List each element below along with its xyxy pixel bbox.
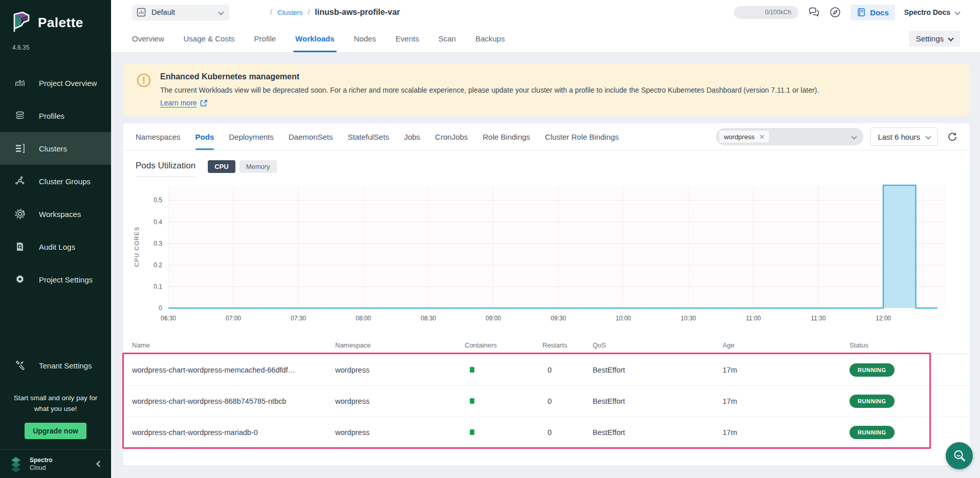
containers-cell (465, 397, 542, 405)
deprecation-banner: Enhanced Kubernetes management The curre… (123, 63, 970, 115)
spectro-cloud-brand: SpectroCloud (30, 457, 92, 472)
pods-utilization-title: Pods Utilization (136, 161, 195, 177)
project-selector-value: Default (151, 8, 214, 16)
tab-profile[interactable]: Profile (254, 25, 276, 52)
subtab-role-bindings[interactable]: Role Bindings (483, 123, 530, 150)
tab-usage-costs[interactable]: Usage & Costs (184, 25, 235, 52)
settings-button-label: Settings (916, 34, 944, 43)
subtab-pods[interactable]: Pods (195, 123, 214, 150)
subtab-statefulsets[interactable]: StatefulSets (348, 123, 389, 150)
pod-name-cell: wordpress-chart-wordpress-memcached-66df… (132, 366, 335, 374)
col-header-name: Name (132, 341, 335, 349)
docs-button[interactable]: Docs (851, 5, 895, 20)
status-cell: RUNNING (850, 395, 970, 408)
subtab-namespaces[interactable]: Namespaces (136, 123, 181, 150)
chevron-down-icon (218, 9, 224, 15)
status-badge: RUNNING (850, 395, 895, 408)
breadcrumb-slash: / (270, 8, 272, 16)
subtab-jobs[interactable]: Jobs (404, 123, 420, 150)
svg-text:09:30: 09:30 (551, 315, 566, 322)
svg-text:0.1: 0.1 (154, 283, 162, 290)
sidebar-item-clusters[interactable]: Clusters (0, 132, 111, 165)
status-cell: RUNNING (850, 426, 970, 439)
namespace-cell: wordpress (335, 428, 465, 437)
subtab-daemonsets[interactable]: DaemonSets (289, 123, 333, 150)
remove-tag-icon[interactable]: ✕ (759, 133, 765, 141)
sidebar-footer: SpectroCloud (0, 449, 111, 478)
qos-cell: BestEffort (593, 397, 723, 405)
tab-backups[interactable]: Backups (475, 25, 505, 52)
external-link-icon (200, 99, 208, 107)
svg-text:12:00: 12:00 (876, 315, 891, 322)
qos-cell: BestEffort (593, 428, 723, 437)
workload-subtab-bar: NamespacesPodsDeploymentsDaemonSetsState… (123, 123, 970, 150)
tab-nodes[interactable]: Nodes (354, 25, 376, 52)
pods-table-body: wordpress-chart-wordpress-memcached-66df… (123, 354, 970, 448)
cluster-tabs: OverviewUsage & CostsProfileWorkloadsNod… (132, 25, 505, 52)
col-header-age: Age (723, 341, 850, 349)
svg-text:08:30: 08:30 (421, 315, 436, 322)
svg-text:10:30: 10:30 (681, 315, 696, 322)
banner-body: The current Workloads view will be depre… (160, 86, 819, 94)
sidebar-item-cluster-groups[interactable]: Cluster Groups (0, 165, 111, 198)
namespace-cell: wordpress (335, 366, 465, 374)
metric-toggle-cpu[interactable]: CPU (208, 160, 235, 173)
breadcrumb-clusters-link[interactable]: Clusters (277, 9, 303, 16)
sidebar-item-project-settings[interactable]: Project Settings (0, 263, 111, 296)
refresh-icon[interactable] (947, 132, 957, 142)
collapse-sidebar-icon[interactable] (96, 461, 103, 467)
svg-text:0.5: 0.5 (154, 197, 162, 204)
subtab-cluster-role-bindings[interactable]: Cluster Role Bindings (545, 123, 619, 150)
svg-text:11:00: 11:00 (746, 315, 760, 322)
sidebar-item-label: Tenant Settings (39, 361, 92, 370)
chat-bubbles-icon[interactable] (808, 6, 820, 18)
sidebar-item-profiles[interactable]: Profiles (0, 99, 111, 132)
tab-events[interactable]: Events (396, 25, 419, 52)
status-badge: RUNNING (850, 426, 895, 439)
bar-chart-icon (136, 7, 146, 17)
time-range-value: Last 6 hours (878, 133, 920, 141)
subtab-cronjobs[interactable]: CronJobs (435, 123, 468, 150)
cluster-settings-button[interactable]: Settings (909, 31, 960, 47)
sidebar-item-audit-logs[interactable]: Audit Logs (0, 230, 111, 263)
table-row-wordpress-chart-wordpress-mariadb-0[interactable]: wordpress-chart-wordpress-mariadb-0wordp… (123, 417, 970, 448)
pods-table: NameNamespaceContainersRestartsQoSAgeSta… (123, 337, 970, 448)
restarts-cell: 0 (542, 428, 593, 437)
restarts-cell: 0 (542, 366, 593, 374)
sidebar-item-workspaces[interactable]: Workspaces (0, 198, 111, 230)
help-search-fab[interactable] (946, 442, 973, 469)
upgrade-now-button[interactable]: Upgrade now (25, 423, 86, 439)
tab-scan[interactable]: Scan (439, 25, 456, 52)
tab-overview[interactable]: Overview (132, 25, 164, 52)
col-header-namespace: Namespace (335, 341, 465, 349)
tools-icon (14, 360, 26, 371)
breadcrumb: / Clusters / linusb-aws-profile-var (270, 8, 400, 17)
namespace-filter-select[interactable]: wordpress ✕ (716, 128, 863, 145)
containers-cell (465, 366, 542, 374)
project-selector[interactable]: Default (132, 5, 229, 20)
servers-icon (14, 143, 26, 154)
learn-more-link[interactable]: Learn more (160, 99, 208, 107)
pods-table-header: NameNamespaceContainersRestartsQoSAgeSta… (123, 337, 970, 354)
sidebar-item-tenant-settings[interactable]: Tenant Settings (0, 349, 111, 382)
col-header-containers: Containers (465, 341, 542, 349)
tab-workloads[interactable]: Workloads (295, 25, 334, 52)
compass-icon[interactable] (829, 6, 841, 18)
age-cell: 17m (723, 366, 850, 374)
metric-toggle-memory[interactable]: Memory (239, 160, 277, 173)
subtab-deployments[interactable]: Deployments (229, 123, 274, 150)
svg-text:08:00: 08:00 (356, 315, 371, 322)
network-icon (14, 176, 26, 187)
svg-text:11:30: 11:30 (811, 315, 825, 322)
svg-text:0.4: 0.4 (154, 219, 162, 226)
svg-text:09:00: 09:00 (486, 315, 501, 322)
table-row-wordpress-chart-wordpress-memcached-66df[interactable]: wordpress-chart-wordpress-memcached-66df… (123, 354, 970, 385)
table-row-wordpress-chart-wordpress-868b745785-ntb[interactable]: wordpress-chart-wordpress-868b745785-ntb… (123, 385, 970, 417)
upgrade-promo: Start small and only pay for what you us… (0, 393, 111, 439)
docs-menu[interactable]: Spectro Docs (904, 8, 960, 16)
sidebar-item-project-overview[interactable]: Project Overview (0, 67, 111, 99)
time-range-select[interactable]: Last 6 hours (870, 127, 938, 146)
svg-text:0.3: 0.3 (154, 240, 162, 247)
orbit-icon (14, 208, 26, 220)
col-header-status: Status (850, 341, 970, 349)
